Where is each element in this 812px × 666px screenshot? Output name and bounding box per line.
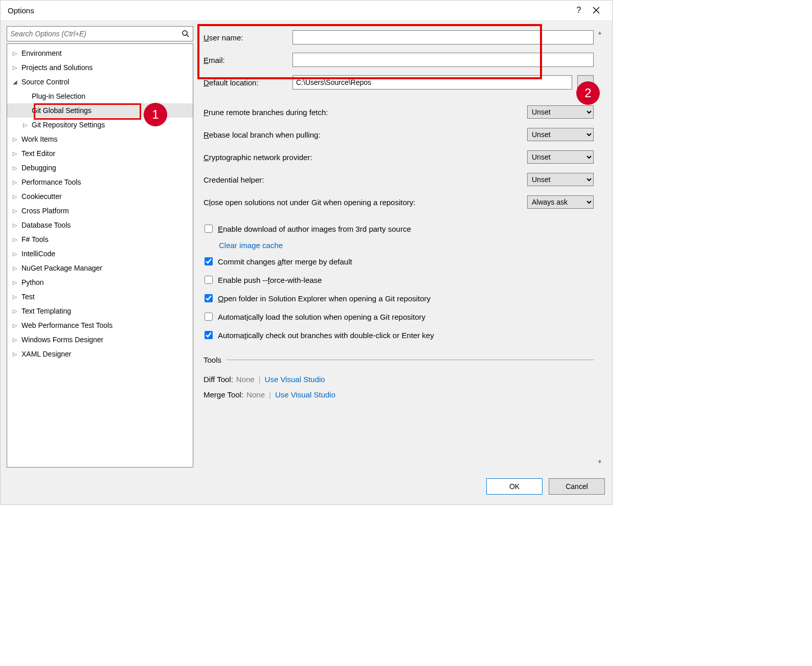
tree-item-nuget-package-manager[interactable]: ▷NuGet Package Manager	[7, 261, 193, 275]
svg-point-0	[183, 31, 187, 35]
enable-download-checkbox[interactable]	[205, 225, 213, 233]
tree-item-label: NuGet Package Manager	[21, 264, 102, 272]
tree-item-label: Python	[21, 278, 44, 286]
caret-right-icon: ▷	[11, 307, 18, 315]
tree-item-cookiecutter[interactable]: ▷Cookiecutter	[7, 189, 193, 204]
tree-item-label: Windows Forms Designer	[21, 336, 103, 344]
diff-tool-row: Diff Tool: None | Use Visual Studio	[204, 371, 594, 387]
auto-load-row: Automatically load the solution when ope…	[204, 307, 594, 326]
auto-checkout-label: Automatically check out branches with do…	[218, 331, 434, 340]
tree-item-label: Environment	[21, 49, 62, 57]
tree-item-performance-tools[interactable]: ▷Performance Tools	[7, 175, 193, 189]
tree-item-work-items[interactable]: ▷Work Items	[7, 132, 193, 146]
options-tree[interactable]: ▷Environment▷Projects and Solutions◢Sour…	[7, 43, 193, 468]
tree-item-debugging[interactable]: ▷Debugging	[7, 161, 193, 175]
tree-item-git-repository-settings[interactable]: ▷Git Repository Settings	[7, 118, 193, 132]
options-dialog: Options ? ▷Environment▷Projects and Solu…	[0, 0, 613, 505]
close-icon	[593, 7, 600, 14]
caret-right-icon: ▷	[11, 293, 18, 300]
tree-item-label: Text Editor	[21, 149, 55, 158]
rebase-label: Rebase local branch when pulling:	[204, 130, 321, 139]
tree-item-source-control[interactable]: ◢Source Control	[7, 75, 193, 89]
left-column: ▷Environment▷Projects and Solutions◢Sour…	[7, 26, 193, 468]
commit-merge-checkbox[interactable]	[205, 257, 213, 265]
auto-checkout-row: Automatically check out branches with do…	[204, 326, 594, 344]
tree-item-f-tools[interactable]: ▷F# Tools	[7, 232, 193, 247]
crypto-row: Cryptographic network provider: Unset	[204, 146, 594, 168]
scroll-up-button[interactable]: ▲	[596, 28, 604, 36]
tree-item-label: XAML Designer	[21, 350, 72, 358]
close-button[interactable]	[588, 2, 605, 19]
settings-panel: User name: Email: Default location: ... …	[199, 26, 594, 468]
tree-item-label: Plug-in Selection	[32, 92, 85, 100]
crypto-select[interactable]: Unset	[527, 150, 594, 164]
merge-tool-label: Merge Tool:	[204, 390, 243, 399]
commit-merge-label: Commit changes after merge by default	[218, 257, 352, 266]
scroll-down-button[interactable]: ▼	[596, 457, 604, 465]
tree-item-text-templating[interactable]: ▷Text Templating	[7, 304, 193, 318]
dialog-body: ▷Environment▷Projects and Solutions◢Sour…	[1, 20, 612, 474]
force-lease-row: Enable push --force-with-lease	[204, 271, 594, 289]
tools-section-divider	[227, 360, 594, 360]
auto-checkout-checkbox[interactable]	[205, 331, 213, 339]
tree-item-label: Test	[21, 293, 35, 301]
rebase-select[interactable]: Unset	[527, 128, 594, 141]
open-folder-row: Open folder in Solution Explorer when op…	[204, 289, 594, 307]
tree-item-database-tools[interactable]: ▷Database Tools	[7, 218, 193, 232]
caret-down-icon: ◢	[11, 78, 18, 85]
default-location-input[interactable]	[292, 75, 572, 90]
cred-row: Credential helper: Unset	[204, 168, 594, 191]
search-input[interactable]	[10, 30, 182, 38]
prune-row: Prune remote branches during fetch: Unse…	[204, 101, 594, 123]
close-row: Close open solutions not under Git when …	[204, 191, 594, 213]
tree-item-test[interactable]: ▷Test	[7, 290, 193, 304]
caret-right-icon: ▷	[11, 250, 18, 257]
cancel-button[interactable]: Cancel	[549, 478, 605, 495]
tools-section-header: Tools	[204, 356, 594, 364]
help-button[interactable]: ?	[570, 2, 588, 19]
dialog-footer: OK Cancel	[1, 474, 612, 504]
default-location-row: Default location: ...	[204, 71, 594, 94]
caret-right-icon: ▷	[11, 64, 18, 71]
search-box[interactable]	[7, 26, 193, 41]
merge-tool-use-vs-link[interactable]: Use Visual Studio	[275, 390, 335, 399]
caret-right-icon: ▷	[11, 322, 18, 329]
clear-cache-link[interactable]: Clear image cache	[219, 241, 283, 250]
user-name-input[interactable]	[292, 30, 594, 45]
prune-select[interactable]: Unset	[527, 105, 594, 119]
tree-item-intellicode[interactable]: ▷IntelliCode	[7, 247, 193, 261]
close-select[interactable]: Always ask	[527, 195, 594, 209]
merge-tool-value: None	[246, 390, 265, 399]
tree-item-projects-and-solutions[interactable]: ▷Projects and Solutions	[7, 60, 193, 75]
tree-item-label: Projects and Solutions	[21, 63, 93, 72]
tree-item-git-global-settings[interactable]: Git Global Settings	[7, 103, 193, 118]
tree-item-windows-forms-designer[interactable]: ▷Windows Forms Designer	[7, 332, 193, 347]
email-input[interactable]	[292, 53, 594, 67]
caret-right-icon: ▷	[11, 150, 18, 157]
tree-item-web-performance-test-tools[interactable]: ▷Web Performance Test Tools	[7, 318, 193, 332]
enable-download-row: Enable download of author images from 3r…	[204, 219, 594, 238]
tree-item-label: Cross Platform	[21, 207, 69, 215]
browse-button[interactable]: ...	[577, 75, 594, 90]
caret-right-icon	[21, 107, 29, 114]
close-label: Close open solutions not under Git when …	[204, 198, 415, 207]
commit-merge-row: Commit changes after merge by default	[204, 252, 594, 271]
caret-right-icon: ▷	[11, 350, 18, 358]
ok-button[interactable]: OK	[486, 478, 543, 495]
tree-item-label: IntelliCode	[21, 250, 55, 258]
tree-item-python[interactable]: ▷Python	[7, 275, 193, 290]
user-name-row: User name:	[204, 26, 594, 49]
diff-tool-use-vs-link[interactable]: Use Visual Studio	[265, 375, 325, 384]
auto-load-checkbox[interactable]	[205, 313, 213, 321]
cred-select[interactable]: Unset	[527, 173, 594, 186]
tree-item-plug-in-selection[interactable]: Plug-in Selection	[7, 89, 193, 103]
tree-item-text-editor[interactable]: ▷Text Editor	[7, 146, 193, 161]
tree-item-cross-platform[interactable]: ▷Cross Platform	[7, 204, 193, 218]
force-lease-checkbox[interactable]	[205, 276, 213, 284]
tree-item-xaml-designer[interactable]: ▷XAML Designer	[7, 347, 193, 361]
open-folder-checkbox[interactable]	[205, 294, 213, 302]
caret-right-icon: ▷	[21, 121, 29, 128]
caret-right-icon: ▷	[11, 179, 18, 186]
tree-item-environment[interactable]: ▷Environment	[7, 46, 193, 60]
tree-item-label: Database Tools	[21, 221, 71, 229]
